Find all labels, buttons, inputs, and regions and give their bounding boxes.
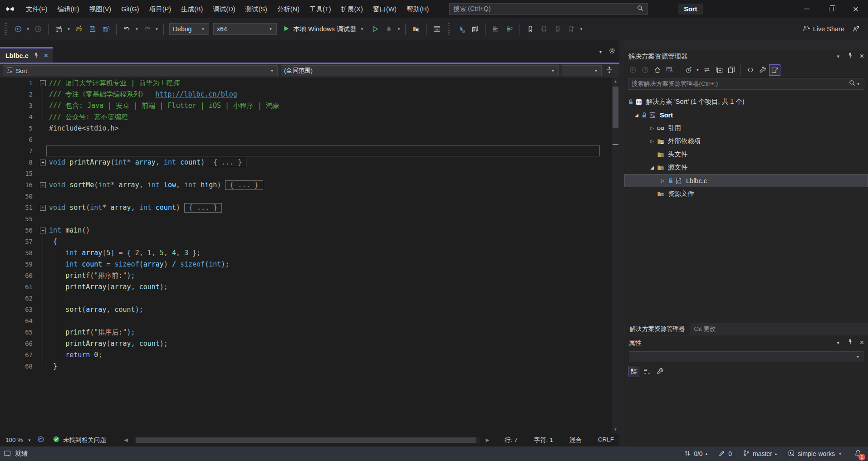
live-share-button[interactable]: Live Share [799,25,848,34]
properties-object-dropdown[interactable]: ▾ [629,351,863,362]
pin-icon[interactable] [847,339,854,347]
navigate-back-button[interactable] [12,23,24,35]
redo-button[interactable] [141,23,153,35]
code-line-1[interactable]: 1−/// 厦门大学计算机专业 | 前华为工程师 [0,78,612,89]
menu-item-视图(V)[interactable]: 视图(V) [84,0,116,18]
scrollbar-thumb[interactable] [613,87,618,128]
previous-bookmark-button[interactable] [538,23,550,35]
expander-icon[interactable]: ▷ [648,139,656,144]
tree-item-引用[interactable]: ▷引用 [624,121,868,135]
code-line-16[interactable]: 16+void sortMe(int* array, int low, int … [0,180,612,191]
menu-item-项目(P)[interactable]: 项目(P) [144,0,176,18]
tree-item-Lblbc.c[interactable]: ▷Lblbc.c [624,174,868,187]
show-all-code-button[interactable] [745,64,756,76]
code-line-59[interactable]: 59 int count = sizeof(array) / sizeof(in… [0,259,612,270]
code-line-57[interactable]: 57 { [0,236,612,247]
expander-icon[interactable]: ▷ [648,126,656,131]
save-all-button[interactable] [100,23,112,35]
fold-marker[interactable]: − [40,80,46,86]
undo-dropdown[interactable]: ▾ [134,27,139,31]
indentation-indicator[interactable]: 混合 [569,436,582,444]
code-line-64[interactable]: 64 [0,315,612,327]
format-document-button[interactable] [490,23,502,35]
code-line-51[interactable]: 51+void sort(int* array, int count){ ...… [0,202,612,214]
code-line-60[interactable]: 60 printf("排序前:"); [0,270,612,281]
horizontal-scrollbar[interactable] [134,437,479,443]
alphabetical-view-button[interactable] [641,366,652,377]
menu-item-帮助(H)[interactable]: 帮助(H) [402,0,434,18]
menu-item-分析(N)[interactable]: 分析(N) [272,0,304,18]
pending-changes-filter-button[interactable] [683,64,694,76]
bookmarks-overflow[interactable]: ▾ [579,27,584,31]
code-line-56[interactable]: 56−int main() [0,225,612,236]
solution-explorer-home-button[interactable] [431,23,443,35]
code-line-62[interactable]: 62 [0,293,612,304]
zoom-dropdown[interactable]: 100 % ▾ [4,437,34,443]
tree-item-Sort[interactable]: ◢Sort [624,108,868,121]
code-line-7[interactable]: 7 [0,146,612,157]
pin-icon[interactable] [847,52,854,61]
code-line-58[interactable]: 58 int array[5] = { 2, 1, 5, 4, 3 }; [0,247,612,259]
se-home-button[interactable] [652,64,663,76]
code-line-63[interactable]: 63 sort(array, count); [0,304,612,315]
horizontal-scrollbar-thumb[interactable] [136,437,476,443]
toolbar-grip[interactable] [5,23,7,35]
tree-item-资源文件[interactable]: 资源文件 [624,187,868,200]
document-health-icon[interactable] [37,436,44,444]
format-selection-button[interactable] [503,23,515,35]
close-tab-icon[interactable]: × [44,52,48,60]
document-outline-button[interactable] [469,23,481,35]
switch-views-button[interactable] [664,64,675,76]
split-editor-icon[interactable] [606,66,613,75]
vertical-scrollbar[interactable]: ▲ ▼ [612,78,619,433]
performance-profiler-button[interactable] [383,23,395,35]
panel-splitter[interactable] [619,40,624,446]
fold-marker[interactable]: − [40,228,46,233]
close-button[interactable]: × [843,0,868,18]
tab-solution-explorer[interactable]: 解决方案资源管理器 [625,323,690,335]
navigate-back-dropdown[interactable]: ▾ [25,27,30,31]
property-pages-button[interactable] [654,366,666,377]
scroll-up-icon[interactable]: ▲ [612,78,619,85]
notifications-button[interactable]: 1 [853,449,863,458]
restore-button[interactable] [819,0,843,18]
code-line-68[interactable]: 68 } [0,361,612,372]
tree-item-解决方案 'Sort' (1 个项目, 共 1 个)[interactable]: 解决方案 'Sort' (1 个项目, 共 1 个) [624,95,868,108]
code-line-50[interactable]: 50 [0,191,612,202]
collapsed-region[interactable]: { ... } [184,203,222,213]
clear-bookmarks-button[interactable] [565,23,577,35]
menu-item-窗口(W)[interactable]: 窗口(W) [368,0,402,18]
menu-item-测试(S)[interactable]: 测试(S) [240,0,272,18]
sync-with-active-document-button[interactable] [701,64,712,76]
menu-item-工具(T)[interactable]: 工具(T) [304,0,336,18]
collapse-all-button[interactable] [713,64,725,76]
line-indicator[interactable]: 行: 7 [505,436,518,444]
expander-icon[interactable]: ◢ [633,112,641,117]
code-line-15[interactable]: 15 [0,168,612,180]
code-line-6[interactable]: 6 [0,134,612,146]
line-ending-indicator[interactable]: CRLF [598,436,614,444]
menu-item-文件(F)[interactable]: 文件(F) [21,0,53,18]
save-button[interactable] [86,23,98,35]
git-repository-button[interactable]: simple-works ▾ [788,450,843,458]
code-line-66[interactable]: 66 printArray(array, count); [0,338,612,349]
start-without-debugging-button[interactable] [369,23,381,35]
code-line-8[interactable]: 8+void printArray(int* array, int count)… [0,157,612,168]
redo-dropdown[interactable]: ▾ [154,27,159,31]
quick-search-box[interactable]: 搜索 (Ctrl+Q) [449,3,648,15]
project-scope-dropdown[interactable]: Sort ▾ [3,65,278,76]
code-line-55[interactable]: 55 [0,214,612,225]
column-indicator[interactable]: 字符: 1 [534,436,553,444]
select-tool-button[interactable] [455,23,467,35]
code-line-5[interactable]: 5#include<stdio.h> [0,123,612,134]
solution-platform-dropdown[interactable]: x64 ▾ [213,23,277,35]
code-health-indicator[interactable]: 未找到相关问题 [53,436,106,444]
git-sync-button[interactable]: 0/0 ▴ [684,450,707,458]
member-dropdown[interactable]: ▾ [562,65,602,76]
scroll-down-icon[interactable]: ▼ [612,426,619,433]
next-bookmark-button[interactable] [551,23,564,35]
tree-item-头文件[interactable]: 头文件 [624,148,868,161]
profiler-dropdown[interactable]: ▾ [396,27,401,31]
se-forward-button[interactable] [639,64,651,76]
menu-item-调试(D)[interactable]: 调试(D) [208,0,240,18]
